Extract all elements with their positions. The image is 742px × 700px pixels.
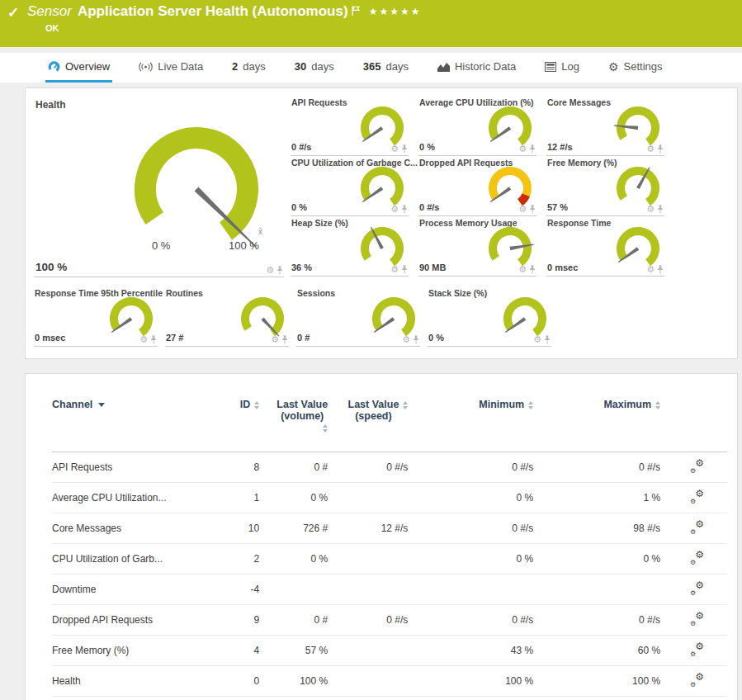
gauge-cell-actions: ⚙ bbox=[271, 335, 288, 344]
pin-icon[interactable] bbox=[657, 265, 664, 274]
channel-settings-icon[interactable]: ⚙⚙ bbox=[690, 460, 704, 472]
channel-link[interactable]: Downtime bbox=[52, 584, 96, 595]
cell-actions: ⚙⚙ bbox=[667, 666, 727, 697]
gear-icon[interactable]: ⚙ bbox=[390, 144, 399, 154]
gear-icon[interactable]: ⚙ bbox=[518, 144, 527, 154]
pin-icon[interactable] bbox=[413, 335, 419, 344]
pin-icon[interactable] bbox=[150, 335, 157, 344]
channel-settings-icon[interactable]: ⚙⚙ bbox=[690, 674, 704, 686]
pin-icon[interactable] bbox=[657, 144, 664, 154]
gauge-value: 36 % bbox=[291, 262, 312, 272]
gauge-cell-actions: ⚙ bbox=[402, 335, 419, 344]
gauge-cell-actions: ⚙ bbox=[139, 335, 157, 344]
tab-2-days[interactable]: 2days bbox=[229, 53, 268, 83]
gauge-dial[interactable] bbox=[114, 116, 279, 257]
gauge-label: Response Time bbox=[547, 218, 611, 228]
pin-icon[interactable] bbox=[276, 266, 283, 275]
table-row-health: Health0100 %100 %100 %⚙⚙ bbox=[52, 666, 727, 697]
gear-icon[interactable]: ⚙ bbox=[533, 335, 541, 344]
page-title: Application Server Health (Autonomous) bbox=[78, 3, 348, 20]
channel-settings-icon[interactable]: ⚙⚙ bbox=[690, 582, 704, 594]
channel-settings-icon[interactable]: ⚙⚙ bbox=[690, 521, 704, 533]
pin-icon[interactable] bbox=[401, 265, 408, 274]
channel-link[interactable]: Core Messages bbox=[52, 523, 121, 534]
pin-icon[interactable] bbox=[529, 205, 536, 214]
channel-settings-icon[interactable]: ⚙⚙ bbox=[690, 490, 704, 503]
gauge-cell-actions: ⚙ bbox=[533, 335, 551, 344]
mini-gauge-grid: API Requests0 #/s⚙Average CPU Utilizatio… bbox=[291, 97, 664, 277]
channel-link[interactable]: Free Memory (%) bbox=[52, 645, 129, 656]
status-ok-icon: ✓ bbox=[7, 4, 19, 21]
tab-365-days[interactable]: 365days bbox=[361, 53, 411, 83]
gear-icon[interactable]: ⚙ bbox=[646, 144, 655, 154]
column-header-channel[interactable]: Channel bbox=[52, 389, 215, 452]
column-header-last-value-volume[interactable]: Last Value (volume) bbox=[266, 389, 334, 452]
gear-icon[interactable]: ⚙ bbox=[266, 266, 274, 275]
tab-overview[interactable]: Overview bbox=[45, 53, 112, 83]
pin-icon[interactable] bbox=[544, 335, 551, 344]
column-header-last-value-speed[interactable]: Last Value (speed) bbox=[334, 389, 414, 452]
tab-live-data[interactable]: Live Data bbox=[136, 53, 206, 83]
gear-icon[interactable]: ⚙ bbox=[518, 205, 527, 214]
pin-icon[interactable] bbox=[401, 144, 408, 154]
cell-value: 1 % bbox=[540, 483, 667, 513]
gear-icon[interactable]: ⚙ bbox=[390, 205, 399, 214]
tab-label: days bbox=[385, 60, 408, 73]
gear-icon[interactable]: ⚙ bbox=[518, 265, 527, 274]
cell-value: -4 bbox=[215, 575, 266, 605]
gauge-cell-actions: ⚙ bbox=[518, 265, 536, 274]
gauges-card: Health0 %100 %x̄100 %⚙ API Requests0 #/s… bbox=[25, 88, 738, 359]
tab-log[interactable]: Log bbox=[542, 53, 582, 83]
status-badge: OK bbox=[45, 23, 59, 33]
gauge-cell-core-messages: Core Messages12 #/s⚙ bbox=[546, 97, 664, 156]
cell-value: 0 # bbox=[266, 452, 334, 483]
column-header-minimum[interactable]: Minimum bbox=[414, 389, 540, 452]
gauge-cell-actions: ⚙ bbox=[646, 144, 664, 154]
tab-number: 365 bbox=[363, 60, 381, 73]
gauge-label: Stack Size (%) bbox=[428, 288, 487, 298]
pin-icon[interactable] bbox=[657, 205, 664, 214]
chart-icon bbox=[437, 62, 450, 72]
cell-value bbox=[266, 575, 334, 605]
cell-value: 0 #/s bbox=[414, 513, 540, 544]
channel-link[interactable]: Dropped API Requests bbox=[52, 614, 153, 626]
channel-link[interactable]: API Requests bbox=[52, 461, 112, 473]
gear-icon[interactable]: ⚙ bbox=[390, 265, 399, 274]
tab-30-days[interactable]: 30days bbox=[292, 53, 337, 83]
cell-actions: ⚙⚙ bbox=[667, 636, 727, 666]
gauge-cell-response-time: Response Time0 msec⚙ bbox=[546, 217, 664, 277]
cell-actions: ⚙⚙ bbox=[667, 513, 727, 544]
pin-icon[interactable] bbox=[281, 335, 288, 344]
gear-icon[interactable]: ⚙ bbox=[271, 335, 279, 344]
priority-stars[interactable]: ★★★★★ bbox=[369, 6, 422, 17]
channel-link[interactable]: Average CPU Utilization... bbox=[52, 492, 167, 504]
channel-link[interactable]: CPU Utilization of Garb... bbox=[52, 553, 163, 565]
cell-value: 100 % bbox=[266, 666, 334, 697]
gauge-value: 100 % bbox=[35, 261, 67, 273]
pin-icon[interactable] bbox=[529, 265, 536, 274]
pin-icon[interactable] bbox=[529, 144, 536, 154]
cell-value: 0 % bbox=[414, 483, 540, 513]
flag-icon[interactable] bbox=[352, 4, 361, 21]
gear-icon[interactable]: ⚙ bbox=[646, 205, 655, 214]
gear-icon[interactable]: ⚙ bbox=[402, 335, 410, 344]
cell-value: 726 # bbox=[266, 513, 334, 544]
gear-icon[interactable]: ⚙ bbox=[646, 265, 655, 274]
column-header-id[interactable]: ID bbox=[215, 389, 266, 452]
gauge-cell-stack-size: Stack Size (%)0 %⚙ bbox=[428, 287, 551, 347]
channel-link[interactable]: Health bbox=[52, 675, 81, 687]
channel-settings-icon[interactable]: ⚙⚙ bbox=[690, 643, 704, 655]
tab-settings[interactable]: ⚙Settings bbox=[606, 53, 665, 83]
gauge-value: 27 # bbox=[166, 333, 183, 343]
pin-icon[interactable] bbox=[401, 205, 408, 214]
channel-settings-icon[interactable]: ⚙⚙ bbox=[690, 551, 704, 564]
gear-icon[interactable]: ⚙ bbox=[139, 335, 148, 344]
average-marker: x̄ bbox=[258, 227, 262, 236]
channel-settings-icon[interactable]: ⚙⚙ bbox=[690, 612, 704, 625]
sort-icon bbox=[655, 401, 660, 409]
sort-icon bbox=[403, 401, 408, 409]
column-header-maximum[interactable]: Maximum bbox=[540, 389, 667, 452]
tab-historic-data[interactable]: Historic Data bbox=[435, 53, 518, 83]
cell-value: 0 % bbox=[414, 544, 540, 575]
gauge-cell-actions: ⚙ bbox=[390, 265, 408, 274]
